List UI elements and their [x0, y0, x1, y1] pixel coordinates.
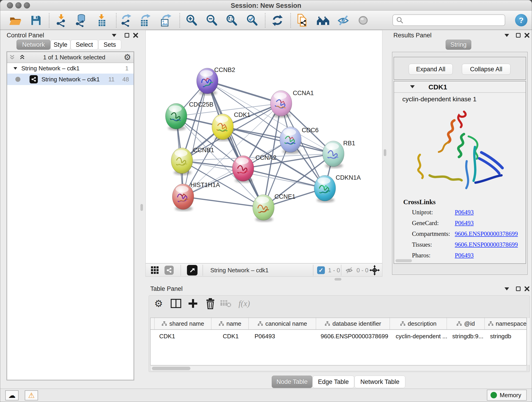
expand-all-button[interactable]: Expand All	[409, 64, 453, 75]
network-row-selected[interactable]: String Network – cdk1 11 48	[7, 74, 133, 85]
network-node-CCNE1[interactable]: CCNE1	[253, 193, 296, 222]
scrollbar-thumb[interactable]	[152, 367, 190, 370]
tab-select[interactable]: Select	[70, 40, 98, 50]
right-splitter-handle[interactable]	[384, 149, 386, 156]
table-row[interactable]: CDK1 CDK1 P06493 9606.ENSP00000378699 cy…	[151, 330, 526, 342]
save-session-button[interactable]	[29, 13, 43, 27]
crosslink-genecard[interactable]: P06493	[455, 220, 474, 227]
network-options-button[interactable]: ⚙	[121, 54, 133, 60]
crosslink-label: Compartments:	[412, 230, 450, 237]
network-canvas[interactable]: CCNB2CCNA1CDC25BCDK1CDC6RB1CCNB1CCNA2CDK…	[146, 30, 382, 263]
results-panel-collapse-button[interactable]	[503, 32, 510, 38]
table-panel-collapse-button[interactable]	[503, 286, 510, 292]
table-options-button[interactable]: ⚙	[152, 296, 166, 311]
network-edge-CCNB2-HIST1H1A[interactable]	[183, 81, 207, 197]
table-panel-float-button[interactable]	[515, 286, 522, 292]
network-node-RB1[interactable]: RB1	[323, 140, 355, 168]
column-header-id[interactable]: @id	[447, 318, 485, 329]
delete-column-button[interactable]	[203, 296, 217, 311]
open-session-button[interactable]	[8, 13, 22, 27]
refresh-view-button[interactable]	[271, 13, 284, 27]
expand-all-networks-button[interactable]	[17, 54, 27, 60]
tab-network-table[interactable]: Network Table	[355, 376, 405, 388]
tree-expander-icon[interactable]	[13, 67, 17, 70]
export-image-button[interactable]	[159, 13, 172, 27]
network-node-CDC6[interactable]: CDC6	[280, 127, 319, 154]
horizontal-scrollbar-thumb[interactable]	[395, 259, 412, 262]
export-network-button[interactable]	[119, 13, 133, 27]
tab-edge-table[interactable]: Edge Table	[312, 376, 354, 388]
zoom-out-button[interactable]	[205, 13, 219, 27]
cloud-services-button[interactable]: ☁	[5, 390, 19, 400]
import-network-from-database-button[interactable]	[74, 13, 88, 27]
memory-button[interactable]: Memory	[487, 390, 527, 401]
results-panel-float-button[interactable]	[515, 32, 522, 38]
tab-string[interactable]: String	[446, 40, 471, 50]
table-vertical-scrollbar[interactable]	[527, 318, 530, 365]
column-header-database-identifier[interactable]: database identifier	[316, 318, 390, 329]
zoom-fit-content-button[interactable]	[225, 13, 239, 27]
import-table-from-file-button[interactable]	[95, 13, 109, 27]
column-header-canonical-name[interactable]: canonical name	[249, 318, 316, 329]
crosshair-icon	[369, 265, 380, 275]
network-edge-CCNB2-CCNE1[interactable]	[207, 81, 264, 207]
cell-database-identifier[interactable]: 9606.ENSP00000378699	[317, 330, 392, 342]
home-view-button[interactable]	[316, 13, 330, 27]
hide-selected-button[interactable]	[336, 13, 350, 27]
left-splitter-handle[interactable]	[140, 204, 143, 211]
tab-sets[interactable]: Sets	[98, 40, 121, 50]
clone-network-button[interactable]	[296, 13, 310, 27]
column-header-description[interactable]: description	[390, 318, 447, 329]
control-panel-float-button[interactable]	[123, 32, 130, 38]
cell-id[interactable]: stringdb:9...	[449, 330, 487, 342]
crosslink-uniprot[interactable]: P06493	[455, 209, 474, 216]
cell-canonical-name[interactable]: P06493	[249, 330, 317, 342]
export-table-button[interactable]	[138, 13, 152, 27]
crosslink-tissues[interactable]: 9606.ENSP00000378699	[455, 241, 518, 248]
toolbar-divider	[181, 265, 181, 276]
network-collection-row[interactable]: String Network – cdk1 1	[7, 63, 133, 74]
network-node-CCNB2[interactable]: CCNB2	[196, 66, 235, 95]
tab-style[interactable]: Style	[51, 40, 70, 50]
cell-name[interactable]: CDK1	[212, 330, 249, 342]
control-panel-close-button[interactable]	[132, 32, 139, 38]
network-edge-CCNB2-CCNA1[interactable]	[207, 81, 281, 103]
cell-shared-name[interactable]: CDK1	[155, 330, 212, 342]
birds-eye-view-button[interactable]	[187, 265, 197, 275]
network-edge-HIST1H1A-CCNE1[interactable]	[183, 197, 264, 207]
cell-namespace[interactable]: stringdb	[487, 330, 526, 342]
control-panel-collapse-button[interactable]	[111, 32, 118, 38]
show-all-button[interactable]	[356, 13, 370, 27]
import-network-from-file-button[interactable]	[54, 13, 68, 27]
column-header-name[interactable]: name	[211, 318, 249, 329]
search-input[interactable]	[404, 16, 505, 25]
cdk1-card-header[interactable]: CDK1	[394, 81, 526, 93]
results-panel-close-button[interactable]	[524, 32, 530, 38]
create-column-button[interactable]	[186, 296, 200, 311]
zoom-in-button[interactable]	[185, 13, 199, 27]
collapse-all-button[interactable]: Collapse All	[462, 64, 510, 75]
tab-network[interactable]: Network	[17, 40, 51, 50]
network-node-CDKN1A[interactable]: CDKN1A	[314, 174, 361, 203]
tab-node-table[interactable]: Node Table	[272, 376, 312, 388]
pan-mode-button[interactable]	[369, 265, 380, 275]
network-node-HIST1H1A[interactable]: HIST1H1A	[172, 182, 220, 211]
column-header-shared-name[interactable]: shared name	[155, 318, 211, 329]
network-view-type-button[interactable]	[165, 265, 174, 275]
zoom-selected-button[interactable]	[245, 13, 259, 27]
show-columns-button[interactable]	[169, 296, 183, 311]
selected-checkbox-icon[interactable]: ✓	[317, 266, 325, 274]
crosslink-compartments[interactable]: 9606.ENSP00000378699	[455, 230, 518, 237]
collapse-entry-icon[interactable]	[410, 85, 415, 88]
collapse-all-networks-button[interactable]	[7, 54, 17, 60]
crosslink-pharos[interactable]: P06493	[455, 252, 474, 259]
show-grid-button[interactable]	[150, 265, 159, 275]
table-horizontal-scrollbar[interactable]	[150, 366, 527, 371]
column-header-namespace[interactable]: namespace	[485, 318, 526, 329]
cell-description[interactable]: cyclin-dependent ...	[392, 330, 449, 342]
warnings-button[interactable]: ⚠	[25, 390, 38, 400]
network-node-CDK1[interactable]: CDK1	[212, 111, 250, 141]
table-panel-close-button[interactable]	[524, 286, 530, 292]
bottom-splitter-handle[interactable]	[335, 278, 341, 281]
help-button[interactable]: ?	[515, 14, 527, 26]
